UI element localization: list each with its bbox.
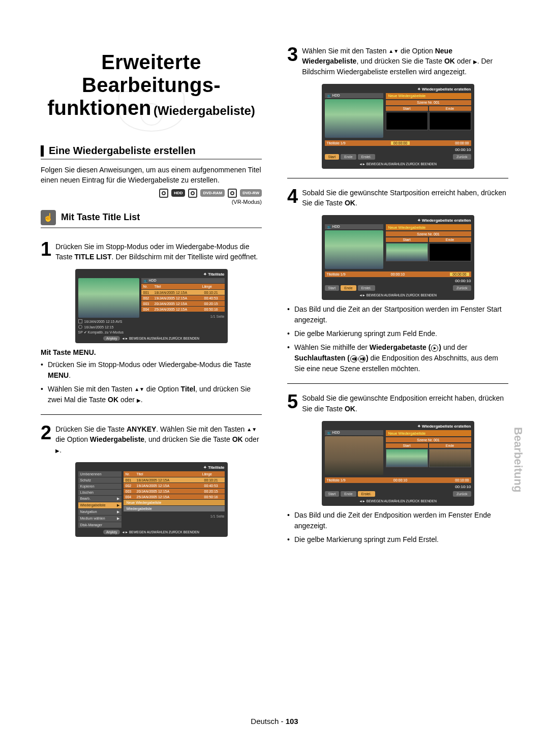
menu-item: Navigation▶ xyxy=(78,509,121,515)
osd-playlist-create: Wiedergabeliste erstellen 📺 HDD Neue Wie… xyxy=(322,84,474,169)
osd-title: Titelliste xyxy=(78,272,225,277)
osd-table-head: Nr.TitelLänge xyxy=(141,284,225,289)
section-heading: Eine Wiedergabeliste erstellen xyxy=(41,145,262,160)
forward-icon xyxy=(358,355,365,362)
osd-row: 00425/JAN/2005 12:15A00:50:16 xyxy=(141,307,225,312)
step-number: 2 xyxy=(41,424,51,455)
section-heading-text: Eine Wiedergabeliste erstellen xyxy=(49,145,196,157)
osd-hdd-label: 📺 HDD xyxy=(141,278,225,283)
badge-dvdram: DVD-RAM xyxy=(200,189,225,197)
vr-mode-note: (VR-Modus) xyxy=(41,199,262,205)
title-subtitle: (Wiedergabeliste) xyxy=(154,104,255,117)
disc-icon xyxy=(188,189,197,198)
osd-playlist-create: Wiedergabeliste erstellen 📺 HDD Neue Wie… xyxy=(322,215,474,300)
menu-item: Medium wählen▶ xyxy=(78,516,121,522)
osd-row: 00320/JAN/2005 12:15A00:20:15 xyxy=(141,301,225,306)
osd-playlist-create: Wiedergabeliste erstellen 📺 HDD Neue Wie… xyxy=(322,421,474,506)
sub-heading: Mit Taste Title List xyxy=(61,212,140,223)
osd-title: Titelliste xyxy=(78,465,225,470)
osd-preview xyxy=(325,99,383,138)
bullet-list: Das Bild und die Zeit der Endposition we… xyxy=(287,510,508,545)
bullet-list: Das Bild und die Zeit an der Startpositi… xyxy=(287,304,508,374)
title-line-1: Erweiterte Bearbeitungs- xyxy=(41,51,262,97)
osd-btn-erstel: Erstel. xyxy=(358,154,375,160)
step-1: 1 Drücken Sie im Stopp-Modus oder im Wie… xyxy=(41,240,262,262)
osd-btn-start: Start xyxy=(325,154,340,160)
badge-dvdrw: DVD-RW xyxy=(240,189,262,197)
osd-preview xyxy=(325,230,383,269)
page-title-block: Erweiterte Bearbeitungs- funktionen (Wie… xyxy=(41,46,262,130)
osd-preview xyxy=(78,278,139,318)
submenu-item: Wiedergabeliste xyxy=(124,506,225,511)
disc-icon xyxy=(228,189,237,198)
osd-btn-ende: Ende xyxy=(341,154,356,160)
osd-titlelist: Titelliste 16/JAN/2005 12:15 AVS 16/Jan/… xyxy=(75,269,228,343)
media-badges: HDD DVD-RAM DVD-RW xyxy=(41,189,262,198)
step-number: 1 xyxy=(41,240,51,262)
bullet-list: Drücken Sie im Stopp-Modus oder Wiederga… xyxy=(41,359,262,405)
menu-item-active: Wiedergabeliste▶ xyxy=(78,502,121,508)
section-intro: Folgen Sie diesen Anweisungen, um aus ei… xyxy=(41,165,262,186)
hand-icon: ☝ xyxy=(41,210,56,225)
osd-row: 00219/JAN/2005 12:15A00:40:53 xyxy=(141,295,225,300)
anykey-pill: Anykey xyxy=(103,336,120,341)
osd-btn-zurueck: Zurück xyxy=(453,154,471,160)
menu-item: Löschen xyxy=(78,490,121,495)
step-body: Drücken Sie die Taste ANYKEY. Wählen Sie… xyxy=(55,424,262,455)
sub-label-menu: Mit Taste MENU. xyxy=(41,348,262,356)
menu-item: Bearb.▶ xyxy=(78,496,121,502)
menu-item: Kopieren xyxy=(78,483,121,489)
osd-preview xyxy=(325,436,383,475)
step-3: 3 Wählen Sie mit den Tasten die Option N… xyxy=(287,46,508,77)
step-number: 4 xyxy=(287,188,298,208)
rewind-icon xyxy=(350,355,357,362)
badge-hdd: HDD xyxy=(171,189,185,197)
play-icon xyxy=(431,345,438,352)
step-4: 4 Sobald Sie die gewünschte Startpositio… xyxy=(287,188,508,208)
submenu-item: Neue Wiedergabeliste xyxy=(124,500,225,505)
step-number: 3 xyxy=(287,46,298,77)
osd-menu: Titelliste Umbenennen Schutz Kopieren Lö… xyxy=(75,462,228,537)
side-tab: Bearbeitung xyxy=(511,427,525,492)
step-body: Sobald Sie die gewünschte Startposition … xyxy=(302,188,508,208)
step-body: Wählen Sie mit den Tasten die Option Neu… xyxy=(302,46,508,77)
step-body: Drücken Sie im Stopp-Modus oder im Wiede… xyxy=(55,240,262,262)
step-5: 5 Sobald Sie die gewünschte Endposition … xyxy=(287,393,508,414)
menu-item: Schutz xyxy=(78,477,121,483)
step-2: 2 Drücken Sie die Taste ANYKEY. Wählen S… xyxy=(41,424,262,455)
menu-item: Disk-Manager xyxy=(78,522,121,528)
step-number: 5 xyxy=(287,393,298,414)
menu-item: Umbenennen xyxy=(78,471,121,477)
disc-icon xyxy=(159,189,168,198)
title-line-2: funktionen xyxy=(47,97,151,119)
step-body: Sobald Sie die gewünschte Endposition er… xyxy=(302,393,508,414)
osd-row: 00118/JAN/2005 12:15A00:10:21 xyxy=(141,290,225,295)
page-footer: Deutsch - 103 xyxy=(0,717,549,725)
